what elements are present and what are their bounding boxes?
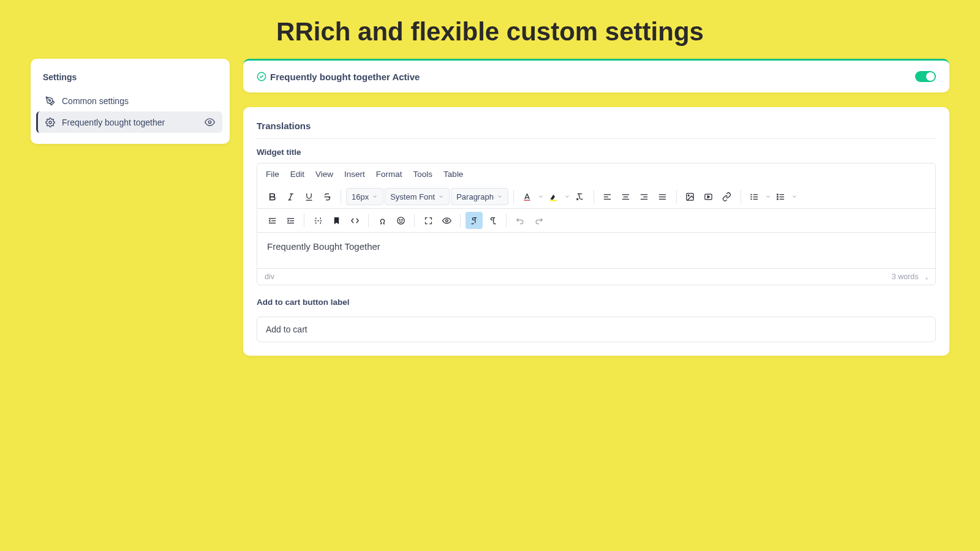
special-character-button[interactable] xyxy=(374,212,391,229)
emoji-button[interactable] xyxy=(392,212,409,229)
sidebar-item-common-settings[interactable]: Common settings xyxy=(38,91,222,111)
strikethrough-button[interactable] xyxy=(318,188,336,205)
separator xyxy=(506,214,507,227)
menu-file[interactable]: File xyxy=(266,170,279,179)
svg-point-2 xyxy=(208,121,211,123)
widget-title-label: Widget title xyxy=(257,148,936,157)
separator xyxy=(414,214,415,227)
editor-toolbar-row2 xyxy=(257,209,935,233)
menu-tools[interactable]: Tools xyxy=(413,170,433,179)
check-circle-icon xyxy=(257,72,266,81)
code-sample-button[interactable] xyxy=(346,212,363,229)
image-button[interactable] xyxy=(682,188,699,205)
bullet-list-button[interactable] xyxy=(772,188,797,205)
separator xyxy=(676,190,677,203)
separator xyxy=(368,214,369,227)
sidebar-item-frequently-bought-together[interactable]: Frequently bought together xyxy=(36,111,222,133)
svg-point-50 xyxy=(401,219,402,220)
separator xyxy=(341,190,341,203)
underline-button[interactable] xyxy=(300,188,317,205)
translations-card: Translations Widget title File Edit View… xyxy=(243,107,949,356)
svg-point-32 xyxy=(751,198,752,199)
menu-edit[interactable]: Edit xyxy=(290,170,304,179)
align-right-button[interactable] xyxy=(636,188,653,205)
separator xyxy=(594,190,594,203)
menu-table[interactable]: Table xyxy=(443,170,463,179)
numbered-list-button[interactable] xyxy=(746,188,771,205)
fullscreen-button[interactable] xyxy=(420,212,437,229)
svg-point-31 xyxy=(751,197,752,197)
sidebar-heading: Settings xyxy=(38,70,222,91)
svg-point-24 xyxy=(688,195,690,196)
status-card: Frequently bought together Active xyxy=(243,59,949,92)
eye-icon xyxy=(205,117,215,127)
svg-point-51 xyxy=(445,219,448,222)
italic-button[interactable] xyxy=(282,188,299,205)
editor-menubar: File Edit View Insert Format Tools Table xyxy=(257,163,935,185)
svg-point-1 xyxy=(49,121,51,124)
main-content: Frequently bought together Active Transl… xyxy=(243,59,949,356)
add-to-cart-label: Add to cart button label xyxy=(257,298,936,307)
gear-icon xyxy=(45,118,55,127)
svg-point-49 xyxy=(399,219,400,220)
pen-icon xyxy=(45,96,55,106)
background-color-button[interactable] xyxy=(545,188,570,205)
font-family-dropdown[interactable]: System Font xyxy=(385,188,450,205)
align-left-button[interactable] xyxy=(599,188,616,205)
link-button[interactable] xyxy=(718,188,736,205)
svg-line-6 xyxy=(289,193,292,200)
separator xyxy=(741,190,741,203)
editor-content[interactable]: Frequently Bought Together xyxy=(257,233,935,268)
page-title: RRich and flexible custom settings xyxy=(0,0,980,59)
separator xyxy=(460,214,461,227)
rtl-button[interactable] xyxy=(484,212,501,229)
sidebar-item-label: Common settings xyxy=(62,96,129,106)
page-break-button[interactable] xyxy=(309,212,326,229)
indent-button[interactable] xyxy=(282,212,299,229)
editor-statusbar: div 3 words xyxy=(257,268,935,285)
separator xyxy=(513,190,514,203)
outdent-button[interactable] xyxy=(263,212,281,229)
font-size-dropdown[interactable]: 16px xyxy=(346,188,383,205)
sidebar-item-label: Frequently bought together xyxy=(62,118,165,127)
bold-button[interactable] xyxy=(263,188,281,205)
align-justify-button[interactable] xyxy=(654,188,671,205)
clear-formatting-button[interactable] xyxy=(571,188,589,205)
svg-rect-9 xyxy=(524,200,530,200)
bookmark-button[interactable] xyxy=(328,212,345,229)
block-format-dropdown[interactable]: Paragraph xyxy=(451,188,508,205)
svg-rect-10 xyxy=(550,200,557,201)
text-color-button[interactable] xyxy=(519,188,544,205)
rich-text-editor: File Edit View Insert Format Tools Table xyxy=(257,163,936,285)
separator xyxy=(304,214,304,227)
svg-point-30 xyxy=(751,194,752,195)
preview-button[interactable] xyxy=(438,212,455,229)
video-button[interactable] xyxy=(700,188,717,205)
main-container: Settings Common settings Frequently boug… xyxy=(0,59,980,356)
status-text: Frequently bought together Active xyxy=(257,72,420,82)
svg-point-48 xyxy=(397,217,404,223)
active-toggle[interactable] xyxy=(915,71,936,82)
align-center-button[interactable] xyxy=(617,188,635,205)
editor-path: div xyxy=(265,272,274,281)
svg-marker-26 xyxy=(708,195,710,198)
menu-format[interactable]: Format xyxy=(376,170,402,179)
status-label: Frequently bought together Active xyxy=(270,72,420,82)
svg-point-0 xyxy=(49,100,51,102)
redo-button[interactable] xyxy=(530,212,547,229)
undo-button[interactable] xyxy=(511,212,529,229)
editor-toolbar-row1: 16px System Font Paragraph xyxy=(257,185,935,209)
sidebar: Settings Common settings Frequently boug… xyxy=(31,59,230,144)
translations-title: Translations xyxy=(257,121,936,139)
menu-insert[interactable]: Insert xyxy=(344,170,365,179)
editor-word-count: 3 words xyxy=(892,272,928,281)
add-to-cart-input[interactable] xyxy=(257,317,936,342)
ltr-button[interactable] xyxy=(466,212,483,229)
svg-rect-38 xyxy=(777,198,778,199)
svg-rect-37 xyxy=(777,196,778,197)
svg-rect-36 xyxy=(777,194,778,195)
menu-view[interactable]: View xyxy=(315,170,333,179)
